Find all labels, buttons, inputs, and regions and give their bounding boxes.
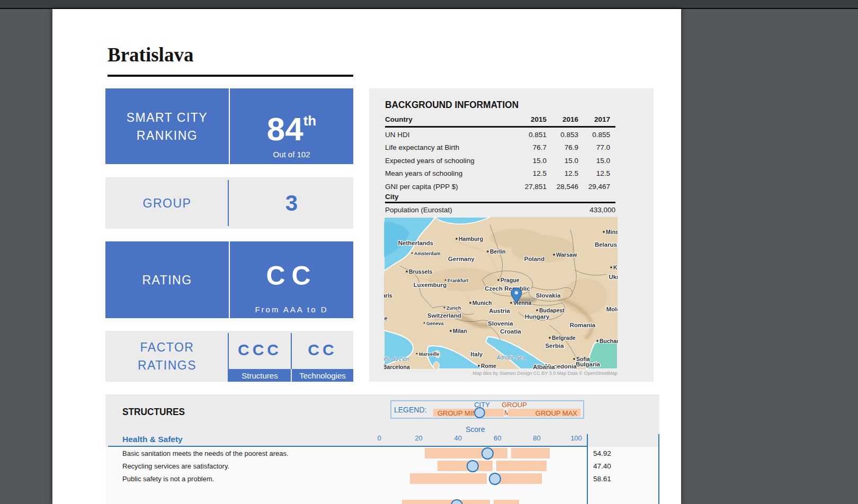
map-label-zurich: Zurich bbox=[446, 305, 461, 311]
rating-card-label: RATING bbox=[105, 241, 229, 318]
section-heading-health-safety: Health & Safety bbox=[122, 435, 183, 444]
city-score-value: 58.61 bbox=[593, 475, 611, 483]
factor-col-structures: CCC Structures bbox=[229, 331, 291, 382]
table-rule bbox=[385, 202, 615, 203]
year-header: 2017 bbox=[577, 115, 610, 123]
structures-label: Structures bbox=[229, 369, 291, 382]
card-divider bbox=[228, 180, 229, 226]
group-value: 3 bbox=[230, 177, 353, 229]
structures-rating: CCC bbox=[229, 338, 291, 362]
map-city-dot bbox=[510, 302, 512, 303]
ranking-value: 84th bbox=[230, 104, 353, 146]
map-label-hungary: Hungary bbox=[525, 313, 550, 320]
row-value: 27,851 bbox=[514, 183, 547, 191]
table-row: Expected years of schooling15.015.015.0 bbox=[385, 155, 615, 167]
axis-tick: 60 bbox=[486, 434, 509, 442]
map-label-marseille: Marseille bbox=[419, 352, 440, 357]
map-label-k: K bbox=[613, 264, 618, 271]
map-label-slovenia: Slovenia bbox=[488, 320, 513, 327]
map-city-dot bbox=[553, 254, 555, 255]
table-header-row: Country 2015 2016 2017 bbox=[385, 113, 615, 126]
legend-label: LEGEND: bbox=[394, 406, 426, 414]
table-rule bbox=[385, 126, 615, 128]
map-city-dot bbox=[610, 266, 612, 268]
map-label-brussels: Brussels bbox=[409, 268, 433, 275]
map-label-bucharest: Bucharest bbox=[600, 338, 618, 344]
map-label-czech-republic: Czech Republic bbox=[485, 285, 530, 292]
row-value: 0.855 bbox=[577, 131, 610, 139]
map-label-adriatic-sea: Adriatic Sea bbox=[496, 355, 525, 361]
map-label-netherlands: Netherlands bbox=[398, 240, 433, 246]
axis-tick: 100 bbox=[565, 434, 588, 442]
map-label-budapest: Budapest bbox=[539, 307, 565, 313]
table-row: Mean years of schooling12.512.512.5 bbox=[385, 167, 615, 180]
legend-city-marker bbox=[474, 407, 485, 418]
score-axis-title: Score bbox=[455, 425, 495, 434]
title-rule bbox=[108, 75, 353, 77]
row-value: 76.9 bbox=[546, 143, 578, 151]
map-label-golfe-du-lion: Golfe du Lion bbox=[384, 356, 409, 362]
map-label-italy: Italy bbox=[470, 351, 483, 357]
group-range-bar bbox=[494, 500, 520, 504]
group-range-bar bbox=[437, 461, 493, 471]
ranking-ordinal-suffix: th bbox=[303, 113, 317, 129]
axis-tick: 0 bbox=[368, 434, 391, 442]
map-label-rome: Rome bbox=[481, 363, 496, 369]
map-label-belgrade: Belgrade bbox=[552, 335, 576, 341]
country-header: Country bbox=[385, 115, 413, 123]
axis-tick: 80 bbox=[525, 434, 549, 442]
city-score-value: 47.40 bbox=[593, 462, 611, 470]
row-value: 0.851 bbox=[514, 131, 547, 139]
year-header: 2016 bbox=[546, 115, 578, 123]
smart-city-ranking-card: SMART CITYRANKING 84th Out of 102 bbox=[105, 88, 353, 164]
group-range-bar bbox=[496, 461, 547, 471]
axis-tick: 20 bbox=[407, 434, 430, 442]
year-header: 2015 bbox=[514, 115, 547, 123]
map-label-belarus: Belarus bbox=[595, 241, 617, 248]
map-label-serbia: Serbia bbox=[545, 343, 564, 349]
row-value: 15.0 bbox=[577, 157, 610, 165]
row-value: 0.853 bbox=[546, 131, 578, 139]
section-rule bbox=[108, 446, 587, 447]
city-score-marker bbox=[481, 447, 494, 460]
map-label-sofia: Sofia bbox=[576, 356, 590, 362]
map-label-luxemburg: Luxemburg bbox=[414, 282, 447, 288]
map-city-dot bbox=[478, 365, 479, 366]
group-range-bar bbox=[425, 448, 507, 458]
map-city-dot bbox=[444, 307, 445, 309]
map-label-geneva: Geneva bbox=[426, 321, 444, 326]
map-city-dot bbox=[412, 253, 413, 254]
map-city-dot bbox=[487, 250, 488, 252]
map-city-dot bbox=[455, 238, 457, 239]
map-label-france: France bbox=[384, 315, 388, 321]
technologies-rating: CC bbox=[292, 338, 353, 362]
map-label-albania: Albania bbox=[533, 364, 555, 369]
axis-tick: 40 bbox=[446, 434, 470, 442]
location-map: NetherlandsGermanyPolandBelarusLuxemburg… bbox=[384, 217, 618, 369]
viewer-stage: Bratislava SMART CITYRANKING 84th Out of… bbox=[0, 0, 858, 504]
city-header: City bbox=[385, 193, 399, 201]
map-label-prague: Prague bbox=[501, 277, 520, 283]
group-card: GROUP 3 bbox=[105, 177, 353, 229]
factor-card-label: FACTORRATINGS bbox=[105, 331, 229, 382]
map-attribution: Map tiles by Stamen Design CC BY 3.0 Map… bbox=[384, 371, 618, 376]
map-label-germany: Germany bbox=[448, 256, 475, 262]
row-label: Expected years of schooling bbox=[385, 157, 475, 165]
row-value: 12.5 bbox=[577, 169, 610, 177]
rating-scale-note: From AAA to D bbox=[230, 305, 353, 314]
map-city-dot bbox=[424, 322, 425, 324]
chart-right-border bbox=[658, 434, 659, 504]
group-range-bar bbox=[511, 448, 550, 458]
group-range-bar bbox=[410, 473, 487, 484]
indicator-label: Recycling services are satisfactory. bbox=[122, 462, 229, 470]
group-range-bar bbox=[402, 500, 490, 504]
population-label: Population (Eurostat) bbox=[385, 206, 452, 214]
map-label-poland: Poland bbox=[524, 256, 544, 262]
population-row: Population (Eurostat) 433,000 bbox=[385, 204, 615, 217]
row-label: Mean years of schooling bbox=[385, 169, 462, 177]
map-city-dot bbox=[445, 280, 446, 281]
map-label-barcelona: Barcelona bbox=[384, 364, 410, 369]
map-city-dot bbox=[406, 271, 407, 272]
factor-ratings-card: FACTORRATINGS CCC Structures CC Technolo… bbox=[105, 331, 353, 382]
row-value: 15.0 bbox=[546, 157, 578, 165]
